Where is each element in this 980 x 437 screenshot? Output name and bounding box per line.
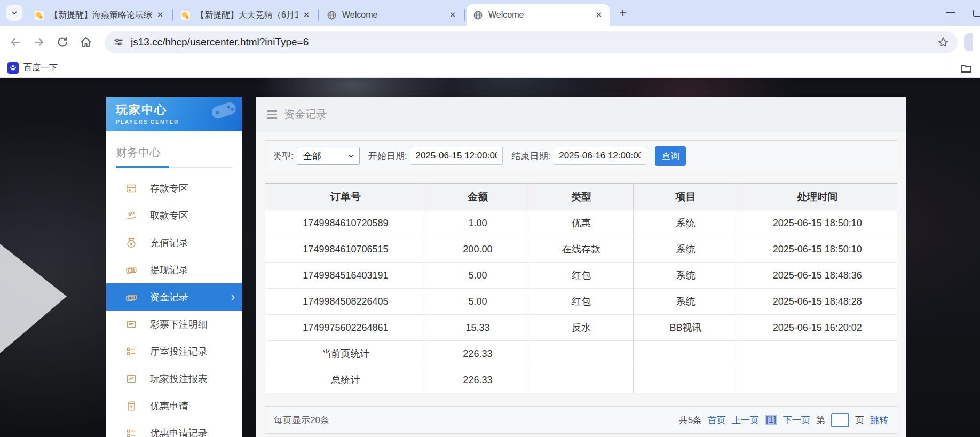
sidebar-section-divider xyxy=(116,167,233,168)
cell-item: 系统 xyxy=(634,289,738,315)
cell-item: BB视讯 xyxy=(634,315,738,341)
tab-forum-2[interactable]: 【新提醒】天天竞猜（6月15日 ✕ xyxy=(174,4,317,26)
org-list-icon xyxy=(125,427,137,437)
sidebar-item-label: 优惠申请 xyxy=(150,400,188,412)
jump-link[interactable]: 跳转 xyxy=(870,414,888,426)
bookmarks-right xyxy=(951,62,973,75)
bookmarks-separator xyxy=(951,63,951,74)
cell-time: 2025-06-15 18:50:10 xyxy=(738,236,897,263)
bookmarks-folder-icon[interactable] xyxy=(960,62,973,75)
background-triangle-decoration xyxy=(0,244,67,353)
sidebar-item-fund-records[interactable]: 资金记录 › xyxy=(106,283,242,311)
sidebar-item-recharge-records[interactable]: 充值记录 xyxy=(106,229,242,256)
cell-time: 2025-06-15 18:48:28 xyxy=(738,289,897,315)
cell-time: 2025-06-15 18:48:36 xyxy=(738,263,897,289)
url-bar[interactable]: js13.cc/hhcp/usercenter.html?iniType=6 xyxy=(105,31,958,53)
next-page-link[interactable]: 下一页 xyxy=(783,414,810,426)
forward-button[interactable] xyxy=(31,34,47,50)
pagination-bar: 每页显示20条 共5条 首页 上一页 [1] 下一页 第 页 跳转 xyxy=(265,406,897,434)
cell-page-total-amount: 226.33 xyxy=(426,341,529,367)
bookmark-label: 百度一下 xyxy=(23,62,58,74)
globe-favicon-icon xyxy=(473,10,483,20)
sidebar-item-player-bet-report[interactable]: 玩家投注报表 xyxy=(106,365,242,392)
sidebar-item-promo-apply[interactable]: 优惠申请 xyxy=(106,392,242,419)
sidebar-item-withdraw-zone[interactable]: 取款专区 xyxy=(106,202,242,229)
tab-title: 【新提醒】天天竞猜（6月15日 xyxy=(196,10,298,21)
page-title: 资金记录 xyxy=(284,107,327,122)
tab-title: Welcome xyxy=(488,10,590,20)
red-envelope-icon xyxy=(125,400,137,412)
reload-button[interactable] xyxy=(54,34,70,50)
first-page-link[interactable]: 首页 xyxy=(708,414,726,426)
page-jump-input[interactable] xyxy=(831,413,849,427)
tab-separator xyxy=(172,9,173,21)
tab-close-icon[interactable]: ✕ xyxy=(301,10,312,20)
bookmark-baidu[interactable]: 百度一下 xyxy=(7,62,58,74)
cell-grand-total-amount: 226.33 xyxy=(426,367,529,393)
sidebar-item-withdrawal-records[interactable]: 提现记录 xyxy=(106,256,242,283)
tab-separator xyxy=(464,9,465,21)
hamburger-icon xyxy=(267,110,277,119)
tab-title: Welcome xyxy=(342,10,444,20)
type-select[interactable]: 全部 xyxy=(297,147,360,165)
table-row-page-total: 当前页统计226.33 xyxy=(265,341,897,367)
back-button[interactable] xyxy=(7,34,23,50)
home-button[interactable] xyxy=(78,34,94,50)
sidebar-item-label: 厅室投注记录 xyxy=(150,345,208,358)
table-row: 174997560226486115.33反水BB视讯2025-06-15 16… xyxy=(265,315,897,341)
bookmark-star-icon[interactable] xyxy=(937,36,949,48)
site-settings-icon[interactable] xyxy=(113,37,124,47)
jump-suffix-label: 页 xyxy=(855,414,864,426)
banknotes-icon xyxy=(125,291,137,303)
hand-coins-icon xyxy=(125,210,137,221)
prev-page-link[interactable]: 上一页 xyxy=(732,414,759,426)
reload-icon xyxy=(56,36,69,49)
table-row: 17499845082264055.00红包系统2025-06-15 18:48… xyxy=(265,289,897,315)
sidebar-item-label: 玩家投注报表 xyxy=(150,372,208,385)
tab-close-icon[interactable]: ✕ xyxy=(155,10,165,20)
page-size-text: 每页显示20条 xyxy=(274,414,329,426)
jump-prefix-label: 第 xyxy=(816,414,825,426)
browser-toolbar: js13.cc/hhcp/usercenter.html?iniType=6 xyxy=(0,26,980,59)
search-button[interactable]: 查询 xyxy=(655,146,686,166)
sidebar-item-label: 彩票下注明细 xyxy=(150,318,208,331)
tab-close-icon[interactable]: ✕ xyxy=(594,10,604,20)
table-row: 17499845164031915.00红包系统2025-06-15 18:48… xyxy=(265,263,897,289)
sidebar-header: 玩家中心 PLAYERS CENTER xyxy=(106,97,242,131)
sidebar-item-lottery-bet-details[interactable]: 彩票下注明细 xyxy=(106,311,242,338)
sidebar-item-deposit-zone[interactable]: 存款专区 xyxy=(106,174,242,202)
back-arrow-icon xyxy=(9,36,22,49)
tab-search-button[interactable] xyxy=(6,5,22,21)
tab-welcome-1[interactable]: Welcome ✕ xyxy=(320,4,463,26)
tab-forum-1[interactable]: 【新提醒】海燕策略论坛综合交 ✕ xyxy=(28,4,171,26)
cell-amount: 5.00 xyxy=(426,263,529,289)
filter-bar: 类型: 全部 开始日期: 结束日期: 查询 xyxy=(265,140,897,171)
sidebar-item-label: 取款专区 xyxy=(150,209,188,222)
end-date-input[interactable] xyxy=(554,147,646,165)
current-page-indicator: [1] xyxy=(765,415,777,425)
cell-order-no: 1749975602264861 xyxy=(265,315,426,341)
col-header-type: 类型 xyxy=(529,184,633,210)
cell-type: 反水 xyxy=(529,315,633,341)
sidebar-item-label: 优惠申请记录 xyxy=(150,427,208,437)
cell-type: 在线存款 xyxy=(529,236,633,263)
col-header-item: 项目 xyxy=(634,184,738,210)
profile-sliver[interactable] xyxy=(964,33,973,51)
cell-item: 系统 xyxy=(634,263,738,289)
minimize-icon[interactable] xyxy=(946,12,955,13)
cell-item: 系统 xyxy=(634,236,738,263)
sidebar-item-hall-bet-records[interactable]: 厅室投注记录 xyxy=(106,338,242,365)
col-header-amount: 金额 xyxy=(426,184,529,210)
new-tab-button[interactable]: + xyxy=(615,5,631,21)
end-date-label: 结束日期: xyxy=(511,150,550,162)
chevron-down-icon xyxy=(10,9,19,17)
sidebar-section-title: 财务中心 xyxy=(116,145,233,160)
restore-icon[interactable] xyxy=(973,10,980,17)
total-count-text: 共5条 xyxy=(679,414,702,426)
tab-close-icon[interactable]: ✕ xyxy=(447,10,458,20)
tab-welcome-2-active[interactable]: Welcome ✕ xyxy=(467,4,610,26)
start-date-input[interactable] xyxy=(410,147,503,165)
sidebar-item-promo-apply-records[interactable]: 优惠申请记录 xyxy=(106,419,242,437)
cell-type: 优惠 xyxy=(529,210,633,236)
url-text[interactable]: js13.cc/hhcp/usercenter.html?iniType=6 xyxy=(131,36,309,48)
